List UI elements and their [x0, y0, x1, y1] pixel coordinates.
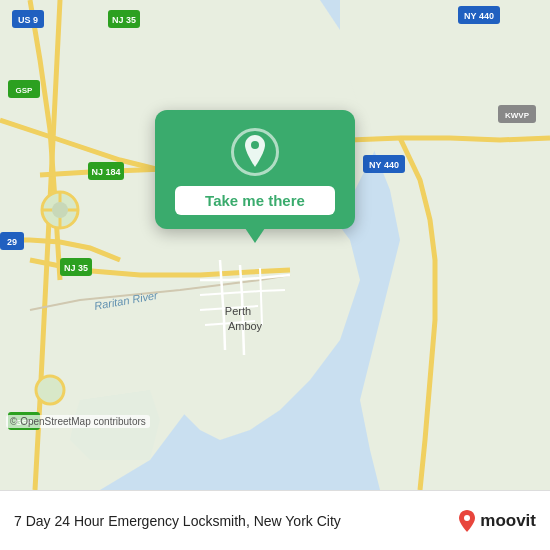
moovit-logo: moovit — [458, 510, 536, 532]
svg-text:NY 440: NY 440 — [369, 160, 399, 170]
location-pin-icon — [241, 135, 269, 169]
svg-text:Perth: Perth — [225, 305, 251, 317]
map-container: US 9 NJ 35 NY 440 NJ 35 NJ 184 NY 440 KW… — [0, 0, 550, 490]
moovit-text: moovit — [480, 511, 536, 531]
svg-text:NJ 35: NJ 35 — [112, 15, 136, 25]
svg-text:NJ 184: NJ 184 — [91, 167, 120, 177]
svg-text:Amboy: Amboy — [228, 320, 263, 332]
moovit-pin-icon — [458, 510, 476, 532]
svg-text:NY 440: NY 440 — [464, 11, 494, 21]
svg-text:29: 29 — [7, 237, 17, 247]
osm-attribution: © OpenStreetMap contributors — [6, 415, 150, 428]
location-icon-wrap — [231, 128, 279, 176]
svg-text:US 9: US 9 — [18, 15, 38, 25]
svg-point-31 — [251, 141, 259, 149]
svg-point-7 — [36, 376, 64, 404]
svg-point-6 — [52, 202, 68, 218]
svg-text:GSP: GSP — [16, 86, 34, 95]
svg-point-32 — [464, 515, 470, 521]
bottom-bar: 7 Day 24 Hour Emergency Locksmith, New Y… — [0, 490, 550, 550]
svg-text:NJ 35: NJ 35 — [64, 263, 88, 273]
take-me-there-button[interactable]: Take me there — [175, 186, 335, 215]
business-name: 7 Day 24 Hour Emergency Locksmith, New Y… — [14, 513, 458, 529]
popup-card: Take me there — [155, 110, 355, 229]
svg-text:KWVP: KWVP — [505, 111, 530, 120]
